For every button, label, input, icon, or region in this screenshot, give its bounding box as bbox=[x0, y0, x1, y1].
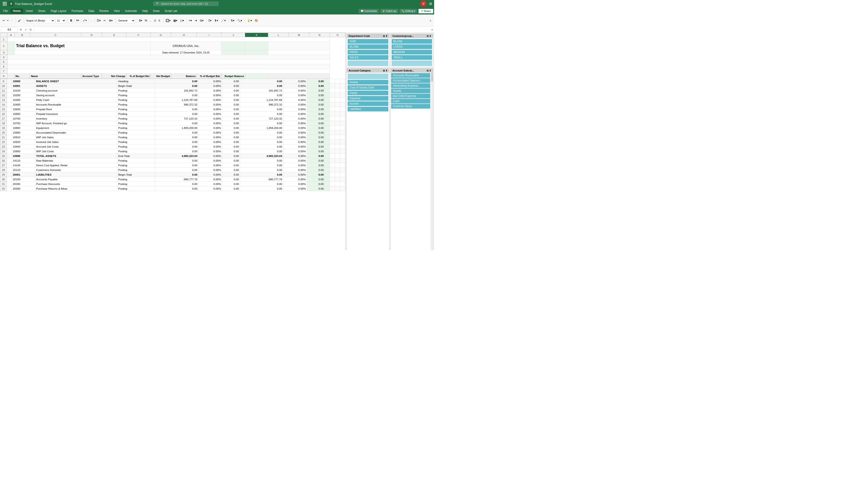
dept-sort-icon[interactable]: ⬆ bbox=[385, 35, 387, 37]
increase-dec-button[interactable]: .0 bbox=[153, 19, 157, 23]
menu-data[interactable]: Data bbox=[86, 8, 97, 13]
col-header-D[interactable]: D bbox=[81, 33, 102, 37]
search-bar[interactable]: 🔍 Search for tools, help, and more (Alt … bbox=[153, 1, 219, 6]
format-painter[interactable]: 🖌 bbox=[17, 18, 22, 23]
highlight-button[interactable]: 🖊▾ bbox=[81, 18, 89, 23]
accat-sort-icon[interactable]: ⬆ bbox=[385, 69, 387, 72]
cust-filter-icon[interactable]: ⊟ bbox=[427, 35, 429, 37]
delete-cells-button[interactable]: -▾ bbox=[193, 18, 198, 23]
cust-chip-empty1[interactable] bbox=[392, 60, 432, 66]
dept-chip-empty1[interactable] bbox=[348, 60, 388, 66]
decrease-dec-button[interactable]: 0. bbox=[157, 19, 162, 23]
number-format-select[interactable]: General bbox=[116, 18, 135, 23]
ideas-button[interactable]: 💡▾ bbox=[246, 18, 253, 23]
dept-chip-blank[interactable]: BLANK bbox=[348, 44, 388, 49]
acsubcat-chip-common[interactable]: Common Stock bbox=[391, 104, 430, 109]
comma-button[interactable]: , bbox=[149, 18, 152, 23]
cust-chip-blank[interactable]: BLANK bbox=[392, 39, 432, 44]
col-header-F[interactable]: F bbox=[126, 33, 150, 37]
accat-chip-assets[interactable]: Assets bbox=[348, 80, 388, 84]
col-header-G[interactable]: G bbox=[150, 33, 171, 37]
col-header-N[interactable]: N bbox=[309, 33, 330, 37]
dept-chip-sales[interactable]: SALES bbox=[348, 55, 388, 60]
acsubcat-chip-accdep[interactable]: Accumulated Depreci... bbox=[391, 78, 430, 83]
menu-formulas[interactable]: Formulas bbox=[69, 8, 86, 13]
redo-button[interactable]: ↪ bbox=[9, 18, 14, 23]
menu-view[interactable]: View bbox=[111, 8, 122, 13]
font-color-button[interactable]: A▾ bbox=[74, 18, 81, 23]
grid-area[interactable]: A B C D E F G H I J K L M bbox=[0, 33, 345, 250]
formula-input[interactable] bbox=[35, 27, 430, 32]
cust-chip-large[interactable]: LARGE bbox=[392, 44, 432, 49]
menu-script-lab[interactable]: Script Lab bbox=[162, 8, 180, 13]
corner-cell[interactable] bbox=[0, 33, 8, 37]
acsubcat-chip-cash[interactable]: Cash bbox=[391, 99, 430, 103]
fill-button[interactable]: ⬇▾ bbox=[213, 18, 219, 23]
menu-automate[interactable]: Automate bbox=[123, 8, 139, 13]
color-scales-button[interactable]: 🎨 bbox=[253, 18, 259, 23]
cust-chip-small[interactable]: SMALL bbox=[392, 55, 432, 60]
autosum-button[interactable]: Σ▾ bbox=[207, 18, 213, 23]
col-header-L[interactable]: L bbox=[268, 33, 289, 37]
share-button[interactable]: ↗ Share bbox=[418, 9, 433, 13]
col-header-M[interactable]: M bbox=[289, 33, 309, 37]
conditional-format-button[interactable]: 🔲▾ bbox=[165, 18, 172, 23]
font-family-select[interactable]: Segoe UI (Body) bbox=[24, 18, 55, 23]
accat-filter-icon[interactable]: ⊟ bbox=[383, 69, 385, 72]
menu-home[interactable]: Home bbox=[11, 8, 23, 13]
acsubcat-sort-icon[interactable]: ⬆ bbox=[429, 69, 431, 72]
col-header-B[interactable]: B bbox=[14, 33, 30, 37]
cancel-formula-button[interactable]: ✕ bbox=[19, 28, 23, 32]
menu-share[interactable]: Share bbox=[36, 8, 48, 13]
acsubcat-chip-ar[interactable]: Accounts Receivable bbox=[391, 73, 430, 78]
undo-dropdown[interactable]: ▾ bbox=[7, 18, 9, 23]
acsubcat-filter-icon[interactable]: ⊟ bbox=[427, 69, 429, 72]
accat-chip-cogs[interactable]: Cost of Goods Sold bbox=[348, 85, 388, 90]
col-header-J[interactable]: J bbox=[222, 33, 245, 37]
cust-chip-medium[interactable]: MEDIUM bbox=[392, 50, 432, 54]
find-button[interactable]: 🔍▾ bbox=[236, 18, 243, 23]
col-header-H[interactable]: H bbox=[171, 33, 197, 37]
format-cells-button[interactable]: ⊟▾ bbox=[199, 18, 205, 23]
comments-button[interactable]: 💬 Comments bbox=[359, 9, 379, 13]
user-avatar[interactable]: U bbox=[420, 0, 427, 7]
merge-button[interactable]: ⊞▾ bbox=[108, 18, 114, 23]
app-grid-icon[interactable] bbox=[2, 1, 8, 7]
accat-chip-expense[interactable]: Expense bbox=[348, 96, 388, 101]
formula-expand-button[interactable]: ∧ bbox=[431, 28, 433, 31]
accat-chip-equity[interactable]: Equity bbox=[348, 91, 388, 95]
percent-button[interactable]: % bbox=[144, 18, 149, 23]
ribbon-expand-button[interactable]: ∧ bbox=[428, 18, 433, 23]
menu-draw[interactable]: Draw bbox=[151, 8, 162, 13]
cust-sort-icon[interactable]: ⬆ bbox=[429, 35, 431, 37]
col-header-O[interactable]: O bbox=[330, 33, 345, 37]
accat-chip-empty[interactable] bbox=[348, 73, 388, 79]
settings-icon[interactable]: ⚙ bbox=[429, 2, 432, 6]
dept-chip-prod[interactable]: PROD bbox=[348, 50, 388, 54]
confirm-formula-button[interactable]: ✓ bbox=[24, 28, 28, 32]
bold-button[interactable]: B bbox=[68, 18, 74, 23]
editing-button[interactable]: ✏️ Editing ▾ bbox=[399, 9, 417, 13]
more-button[interactable]: ··· bbox=[89, 19, 93, 23]
accat-chip-liabilities[interactable]: Liabilities bbox=[348, 107, 388, 111]
col-header-C[interactable]: C bbox=[30, 33, 81, 37]
clear-button[interactable]: 🧹▾ bbox=[219, 18, 227, 23]
col-header-I[interactable]: I bbox=[197, 33, 222, 37]
sort-filter-button[interactable]: ⇅▾ bbox=[229, 18, 236, 23]
accat-chip-income[interactable]: Income bbox=[348, 101, 388, 106]
catchup-button[interactable]: ⚡ Catch up bbox=[380, 9, 398, 13]
insert-cells-button[interactable]: +▾ bbox=[188, 18, 193, 23]
cell-reference-input[interactable] bbox=[1, 27, 18, 32]
acsubcat-chip-assets[interactable]: Assets bbox=[391, 89, 430, 93]
acsubcat-chip-baddbt[interactable]: Bad Debt Expense bbox=[391, 94, 430, 98]
menu-page-layout[interactable]: Page Layout bbox=[48, 8, 69, 13]
wrap-button[interactable]: ↵ bbox=[102, 18, 107, 23]
col-header-A[interactable]: A bbox=[7, 33, 14, 37]
menu-review[interactable]: Review bbox=[97, 8, 111, 13]
acsubcat-chip-advexp[interactable]: Advertising Expense bbox=[391, 83, 430, 88]
acsubcat-scrollbar[interactable] bbox=[431, 72, 433, 250]
col-header-K[interactable]: K bbox=[245, 33, 268, 37]
insert-function-button[interactable]: fx bbox=[29, 28, 33, 31]
dept-filter-icon[interactable]: ⊟ bbox=[383, 35, 385, 37]
col-header-E[interactable]: E bbox=[102, 33, 126, 37]
